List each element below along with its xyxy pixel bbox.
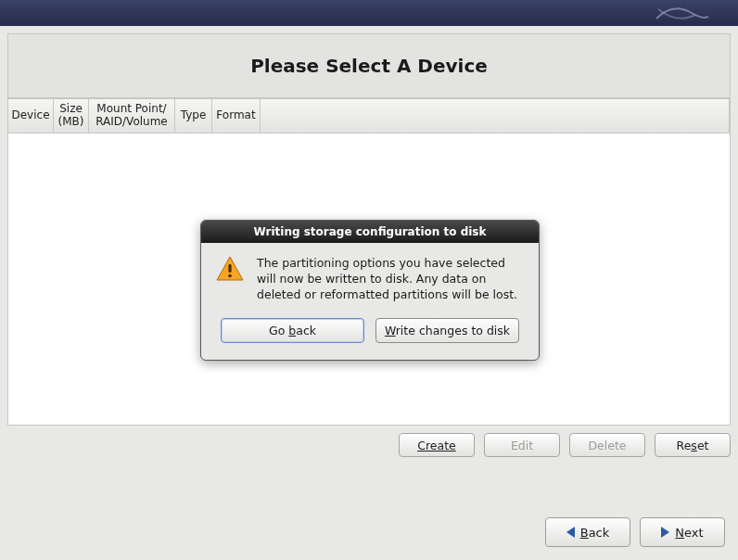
col-type[interactable]: Type bbox=[175, 98, 212, 134]
partition-toolbar: Create Edit Delete Reset bbox=[7, 433, 731, 457]
col-size[interactable]: Size(MB) bbox=[54, 98, 89, 134]
dialog-button-row: Go back Write changes to disk bbox=[201, 311, 539, 360]
banner-decoration bbox=[655, 0, 710, 26]
top-banner bbox=[0, 0, 738, 26]
delete-button: Delete bbox=[569, 433, 645, 457]
warning-icon bbox=[216, 256, 244, 303]
arrow-left-icon bbox=[566, 527, 575, 538]
write-changes-label: Write changes to disk bbox=[385, 324, 510, 337]
reset-button[interactable]: Reset bbox=[655, 433, 731, 457]
device-table-header: Device Size(MB) Mount Point/RAID/Volume … bbox=[7, 98, 731, 134]
col-spacer bbox=[261, 98, 730, 134]
edit-button: Edit bbox=[484, 433, 560, 457]
write-confirm-dialog: Writing storage configuration to disk Th… bbox=[200, 220, 540, 361]
dialog-message: The partitioning options you have select… bbox=[257, 256, 524, 303]
page-header: Please Select A Device bbox=[7, 33, 731, 98]
back-button[interactable]: Back bbox=[545, 517, 630, 547]
col-size-text: Size(MB) bbox=[58, 103, 84, 129]
col-device[interactable]: Device bbox=[8, 98, 54, 134]
wizard-nav: Back Next bbox=[545, 517, 725, 547]
next-button[interactable]: Next bbox=[640, 517, 725, 547]
svg-rect-0 bbox=[228, 264, 231, 273]
col-mount[interactable]: Mount Point/RAID/Volume bbox=[89, 98, 175, 134]
write-changes-button[interactable]: Write changes to disk bbox=[375, 318, 519, 343]
page-title: Please Select A Device bbox=[8, 55, 730, 77]
dialog-body: The partitioning options you have select… bbox=[201, 243, 539, 311]
col-format[interactable]: Format bbox=[212, 98, 261, 134]
next-label: Next bbox=[675, 526, 703, 540]
arrow-right-icon bbox=[661, 527, 669, 538]
go-back-label: Go back bbox=[269, 324, 316, 337]
col-mount-text: Mount Point/RAID/Volume bbox=[95, 103, 168, 129]
create-button[interactable]: Create bbox=[399, 433, 475, 457]
go-back-button[interactable]: Go back bbox=[221, 318, 364, 343]
svg-point-1 bbox=[228, 274, 232, 278]
dialog-title: Writing storage configuration to disk bbox=[201, 221, 539, 243]
back-label: Back bbox=[580, 526, 610, 540]
